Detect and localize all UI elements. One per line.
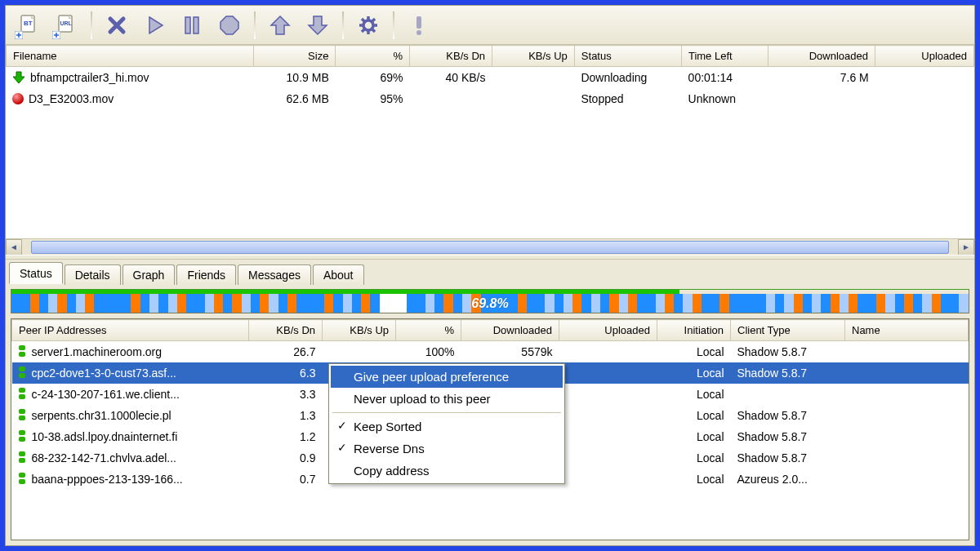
svg-point-10 [416,30,421,35]
add-torrent-button[interactable]: BT [12,9,45,42]
cell-name [845,405,969,426]
stop-icon [218,14,241,37]
pcol-name[interactable]: Name [845,320,969,341]
scroll-right-button[interactable]: ► [958,239,974,256]
menu-copy-address[interactable]: Copy address [331,460,563,482]
cell-status: Downloading [574,67,681,88]
add-url-button[interactable]: URL [50,9,82,42]
cell-client: Shadow 5.8.7 [731,341,845,363]
scroll-thumb[interactable] [31,241,948,254]
x-icon [105,14,128,37]
col-uploaded[interactable]: Uploaded [875,46,973,67]
cell-kb-dn: 0.7 [249,469,323,490]
start-button[interactable] [138,9,171,42]
col-kb-dn[interactable]: KB/s Dn [410,46,492,67]
menu-give-upload-pref[interactable]: Give peer upload preference [331,366,563,388]
peer-status-icon [19,367,27,380]
move-up-button[interactable] [264,9,296,42]
alert-button[interactable] [403,9,435,42]
cell-uploaded [559,405,657,426]
cell-status: Stopped [574,88,681,109]
play-icon [143,14,166,37]
cell-uploaded [559,469,657,490]
cell-filename: D3_E32003.mov [6,88,253,109]
settings-button[interactable] [352,9,385,42]
cell-percent: 95% [336,88,410,109]
pcol-kb-dn[interactable]: KB/s Dn [249,320,323,341]
cell-kb-dn [410,88,492,109]
peer-status-icon [19,430,27,443]
tab-friends[interactable]: Friends [176,264,236,285]
cell-ip: 68-232-142-71.chvlva.adel... [12,447,249,469]
toolbar-separator [91,11,92,39]
toolbar-separator [342,11,344,39]
pause-button[interactable] [176,9,208,42]
tab-about[interactable]: About [313,264,364,285]
tab-messages[interactable]: Messages [238,264,311,285]
pcol-ip[interactable]: Peer IP Addresses [12,320,249,341]
scroll-track[interactable] [22,240,958,255]
cell-name [845,362,969,384]
stopped-icon [12,93,24,104]
pcol-initiation[interactable]: Initiation [657,320,731,341]
progress-percent-label: 69.8% [11,294,969,313]
gear-icon [357,14,380,37]
menu-reverse-dns[interactable]: Reverse Dns [331,438,563,460]
cell-ip: baana-pppoes-213-139-166... [12,469,249,490]
cell-percent: 69% [336,67,410,88]
cell-kb-up [323,341,396,363]
cell-name [845,384,969,405]
cell-kb-up [492,88,574,109]
pieces-progress-bar: 69.8% [11,289,969,313]
svg-rect-9 [416,16,421,29]
cell-name [845,426,969,447]
cell-initiation: Local [657,384,731,405]
cell-initiation: Local [657,341,731,363]
tab-details[interactable]: Details [65,264,121,285]
exclamation-icon [408,14,430,37]
cell-name [845,469,969,490]
col-downloaded[interactable]: Downloaded [768,46,875,67]
horizontal-scrollbar[interactable]: ◄ ► [6,238,974,255]
col-status[interactable]: Status [574,46,681,67]
col-filename[interactable]: Filename [7,46,254,67]
download-row[interactable]: bfnampctrailer3_hi.mov10.9 MB69%40 KB/sD… [6,67,974,88]
col-time-left[interactable]: Time Left [681,46,768,67]
tab-graph[interactable]: Graph [122,264,176,285]
pcol-client[interactable]: Client Type [731,320,845,341]
cell-uploaded [559,341,657,363]
cell-size: 10.9 MB [253,67,336,88]
pcol-uploaded[interactable]: Uploaded [559,320,657,341]
tab-status[interactable]: Status [9,262,63,284]
cell-kb-dn: 0.9 [249,447,323,469]
col-kb-up[interactable]: KB/s Up [492,46,575,67]
toolbar-separator [393,11,394,39]
pcol-kb-up[interactable]: KB/s Up [323,320,396,341]
downloads-header: Filename Size % KB/s Dn KB/s Up Status T… [7,46,974,67]
move-down-button[interactable] [301,9,334,42]
cell-initiation: Local [657,362,731,384]
cell-ip: 10-38.adsl.lpoy.dnainternet.fi [12,426,249,447]
pcol-percent[interactable]: % [396,320,461,341]
menu-never-upload[interactable]: Never upload to this peer [331,388,563,410]
cell-kb-dn: 3.3 [249,384,323,405]
col-size[interactable]: Size [253,46,336,67]
stop-button[interactable] [213,9,246,42]
peer-status-icon [19,388,27,401]
cell-kb-dn: 1.3 [249,405,323,426]
cell-filename: bfnampctrailer3_hi.mov [6,67,253,88]
download-row[interactable]: D3_E32003.mov62.6 MB95%StoppedUnknown [6,88,974,109]
pcol-downloaded[interactable]: Downloaded [461,320,559,341]
col-percent[interactable]: % [336,46,410,67]
peer-row[interactable]: server1.machineroom.org26.7100%5579kLoca… [12,341,969,363]
cell-ip: cpc2-dove1-3-0-cust73.asf... [12,362,249,384]
cell-uploaded [559,447,657,469]
cell-client: Azureus 2.0... [731,469,845,490]
svg-rect-6 [185,17,190,33]
cell-kb-dn: 40 KB/s [410,67,492,88]
cell-downloaded [768,88,875,109]
remove-button[interactable] [100,9,133,42]
scroll-left-button[interactable]: ◄ [6,239,22,256]
toolbar-separator [254,11,256,39]
menu-keep-sorted[interactable]: Keep Sorted [331,415,563,438]
